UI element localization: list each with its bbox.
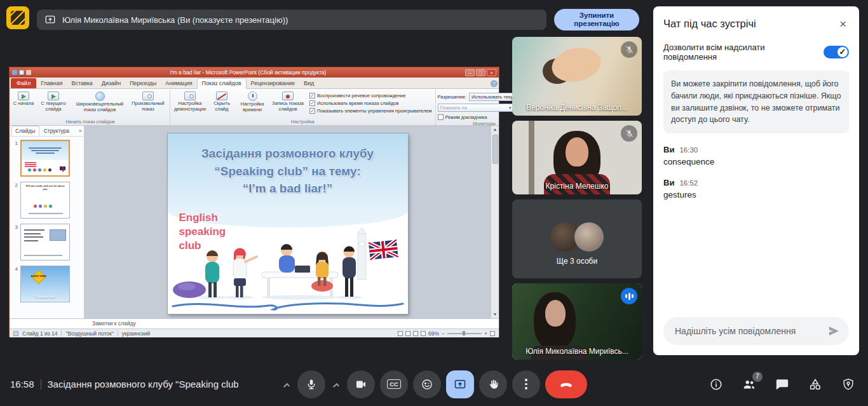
chat-message-input[interactable] [674,325,818,337]
zoom-in-icon[interactable]: + [484,330,487,337]
ribbon-button-from-current[interactable]: С текущего слайда [36,90,71,112]
maximize-icon[interactable]: □ [476,69,485,76]
ribbon-button-setup-show[interactable]: Настройка демонстрации [172,90,208,112]
redo-icon[interactable] [26,70,31,75]
close-chat-icon[interactable]: × [837,17,849,31]
help-icon[interactable]: ? [491,80,498,87]
panel-tab-outline[interactable]: Структура [41,126,72,135]
checkbox-icon [309,108,315,114]
minimize-icon[interactable]: – [465,69,475,76]
slide-canvas[interactable]: Засідання розмовного клубу “Speaking clu… [85,126,491,318]
stop-presentation-button[interactable]: Зупинити презентацію [554,9,639,30]
captions-button[interactable]: CC [380,370,408,398]
message-sender: Ви [663,145,674,154]
slide-thumbnail-3[interactable] [20,224,70,261]
save-icon[interactable] [12,70,17,75]
app-icon[interactable] [6,6,29,29]
view-reading-icon[interactable] [413,331,418,336]
participant-name: Ще 3 особи [512,257,642,266]
tab-file[interactable]: Файл [11,78,36,88]
checkbox-play-narration[interactable]: Воспроизвести речевое сопровождение [309,93,432,98]
ribbon-button-broadcast[interactable]: Широковещательный показ слайдов [72,90,127,112]
slide-thumbnail-4[interactable]: ALMOST THERE! "I'm almost there" [20,266,70,302]
status-language[interactable]: украинский [122,330,150,337]
tab-view[interactable]: Вид [299,79,318,88]
mic-button[interactable] [297,370,325,398]
tab-transitions[interactable]: Переходы [125,79,161,88]
camera-options-chevron[interactable] [330,370,342,398]
scrollbar-thumb[interactable] [492,135,498,164]
mic-off-icon [621,41,637,58]
checkbox-use-timings[interactable]: Использовать время показа слайдов [309,100,432,106]
view-slideshow-icon[interactable] [421,331,426,336]
scroll-up-icon[interactable]: ▲ [493,126,498,133]
view-sorter-icon[interactable] [405,331,410,336]
camera-button[interactable] [347,370,375,398]
slide-number: 2 [12,182,18,219]
participants-count-badge: 7 [752,372,763,382]
allow-messages-toggle[interactable]: ✓ [824,46,849,58]
more-options-button[interactable] [512,370,540,398]
tab-insert[interactable]: Вставка [67,79,97,88]
notes-pane[interactable]: Заметки к слайду [10,318,499,328]
thumb3-image [50,229,66,241]
checkbox-icon [438,114,444,120]
slide-number: 1 [12,140,18,177]
tab-animation[interactable]: Анимация [161,79,196,88]
hand-icon [487,378,499,390]
participant-tile-veronika[interactable]: Вероніка Денисівна Защол... [512,37,642,116]
ribbon-button-custom-show[interactable]: Произвольный показ [128,90,168,112]
ribbon-button-hide-slide[interactable]: Скрыть слайд [209,90,234,112]
checkbox-show-controls[interactable]: Показывать элементы управления проигрыва… [309,108,432,114]
ribbon-button-from-start[interactable]: С начала [13,90,34,107]
undo-icon[interactable] [19,70,24,75]
slide-thumbnail-1[interactable] [20,140,70,177]
raise-hand-button[interactable] [479,370,507,398]
participant-tile-kristina[interactable]: Крістіна Мелешко [512,121,642,194]
thumb2-title: Tell two truths and one lie about you [21,182,69,191]
tab-review[interactable]: Рецензирование [247,79,300,88]
presenter-banner: Юлія Миколаївна Мириївська (Ви (показуєт… [37,10,546,30]
participant-tile-others[interactable]: Ще 3 особи [512,200,642,278]
ribbon-button-rehearse[interactable]: Настройка времени [236,90,269,112]
send-message-button[interactable] [824,321,844,341]
fit-to-window-icon[interactable] [490,331,495,336]
activities-button[interactable] [806,375,825,394]
vertical-scrollbar[interactable]: ▲ ▼ [491,126,499,318]
chat-messages: Ви 16:30 consequence Ви 16:52 gestures [653,133,859,317]
tab-slideshow[interactable]: Показ слайдов [197,78,247,89]
chat-button[interactable] [773,375,792,394]
ppt-ribbon: С начала С текущего слайда Широковещател… [10,89,499,126]
present-button[interactable] [446,370,474,398]
panel-tab-slides[interactable]: Слайды [11,126,39,136]
scroll-down-icon[interactable]: ▼ [493,311,498,318]
tab-design[interactable]: Дизайн [97,79,125,88]
show-on-dropdown[interactable]: Показать на [438,104,514,112]
participant-tile-yuliia[interactable]: Юлія Миколаївна Мириївсь... [512,283,642,360]
current-slide[interactable]: Засідання розмовного клубу “Speaking clu… [168,133,408,314]
close-window-icon[interactable]: × [487,69,496,76]
activities-icon [808,377,822,391]
view-normal-icon[interactable] [398,331,403,336]
ribbon-button-record[interactable]: Запись показа слайдов [270,90,306,112]
zoom-level: 69% [428,330,439,337]
meeting-details-button[interactable] [707,375,726,394]
shared-powerpoint-window[interactable]: I'm a bad liar - Microsoft PowerPoint (С… [9,67,499,337]
quick-access-toolbar[interactable] [12,70,31,75]
mic-icon [305,378,318,391]
close-panel-icon[interactable]: × [79,128,82,134]
reactions-button[interactable] [413,370,441,398]
present-screen-icon [454,378,466,391]
participants-button[interactable]: 7 [740,375,759,394]
custom-show-icon [142,91,154,100]
mic-options-chevron[interactable] [281,370,292,398]
zoom-slider[interactable] [447,333,482,334]
app-logo-icon [11,11,25,25]
chat-icon [775,377,789,391]
host-controls-button[interactable] [839,375,858,394]
zoom-out-icon[interactable]: − [442,330,445,337]
slide-thumbnail-2[interactable]: Tell two truths and one lie about you [20,182,70,219]
tab-home[interactable]: Главная [36,79,67,88]
meeting-title: Засідання розмовного клубу "Speaking clu… [48,379,238,389]
end-call-button[interactable] [545,370,587,398]
